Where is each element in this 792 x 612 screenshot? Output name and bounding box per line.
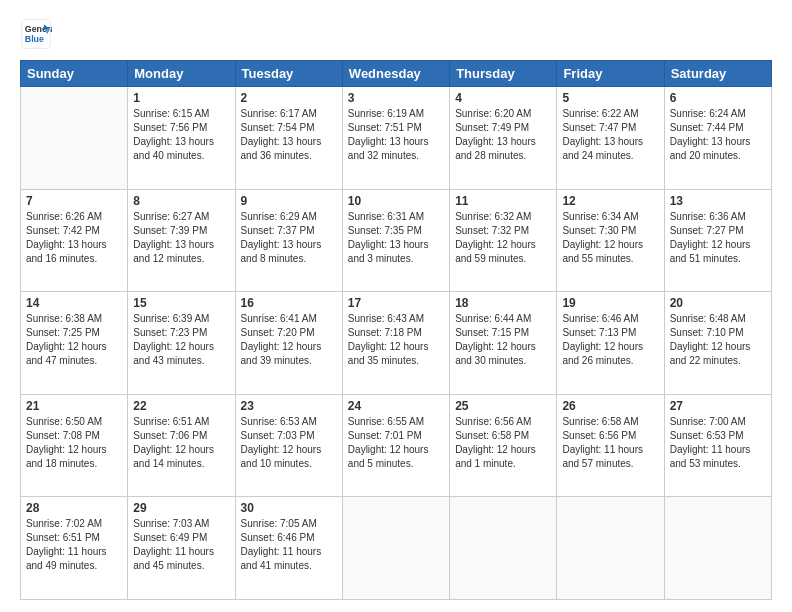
sunrise-text: Sunrise: 6:43 AM (348, 312, 444, 326)
weekday-header: Thursday (450, 61, 557, 87)
calendar-cell: 7 Sunrise: 6:26 AM Sunset: 7:42 PM Dayli… (21, 189, 128, 292)
cell-info: Sunrise: 6:19 AM Sunset: 7:51 PM Dayligh… (348, 107, 444, 163)
sunrise-text: Sunrise: 6:34 AM (562, 210, 658, 224)
cell-info: Sunrise: 6:50 AM Sunset: 7:08 PM Dayligh… (26, 415, 122, 471)
day-number: 25 (455, 399, 551, 413)
cell-info: Sunrise: 6:15 AM Sunset: 7:56 PM Dayligh… (133, 107, 229, 163)
day-number: 13 (670, 194, 766, 208)
day-number: 30 (241, 501, 337, 515)
day-number: 11 (455, 194, 551, 208)
calendar-cell (21, 87, 128, 190)
daylight-text: Daylight: 13 hours and 28 minutes. (455, 135, 551, 163)
calendar-cell: 26 Sunrise: 6:58 AM Sunset: 6:56 PM Dayl… (557, 394, 664, 497)
calendar-cell: 19 Sunrise: 6:46 AM Sunset: 7:13 PM Dayl… (557, 292, 664, 395)
weekday-header: Friday (557, 61, 664, 87)
day-number: 16 (241, 296, 337, 310)
logo-icon: General Blue (20, 18, 52, 50)
cell-info: Sunrise: 6:26 AM Sunset: 7:42 PM Dayligh… (26, 210, 122, 266)
weekday-header: Tuesday (235, 61, 342, 87)
sunset-text: Sunset: 7:15 PM (455, 326, 551, 340)
daylight-text: Daylight: 13 hours and 16 minutes. (26, 238, 122, 266)
cell-info: Sunrise: 6:46 AM Sunset: 7:13 PM Dayligh… (562, 312, 658, 368)
sunrise-text: Sunrise: 6:51 AM (133, 415, 229, 429)
daylight-text: Daylight: 12 hours and 55 minutes. (562, 238, 658, 266)
sunrise-text: Sunrise: 6:41 AM (241, 312, 337, 326)
cell-info: Sunrise: 6:20 AM Sunset: 7:49 PM Dayligh… (455, 107, 551, 163)
calendar-cell (557, 497, 664, 600)
daylight-text: Daylight: 13 hours and 32 minutes. (348, 135, 444, 163)
sunset-text: Sunset: 7:32 PM (455, 224, 551, 238)
day-number: 9 (241, 194, 337, 208)
daylight-text: Daylight: 13 hours and 20 minutes. (670, 135, 766, 163)
sunrise-text: Sunrise: 6:50 AM (26, 415, 122, 429)
cell-info: Sunrise: 6:39 AM Sunset: 7:23 PM Dayligh… (133, 312, 229, 368)
sunset-text: Sunset: 6:58 PM (455, 429, 551, 443)
cell-info: Sunrise: 7:05 AM Sunset: 6:46 PM Dayligh… (241, 517, 337, 573)
calendar-cell: 14 Sunrise: 6:38 AM Sunset: 7:25 PM Dayl… (21, 292, 128, 395)
sunrise-text: Sunrise: 6:31 AM (348, 210, 444, 224)
cell-info: Sunrise: 6:32 AM Sunset: 7:32 PM Dayligh… (455, 210, 551, 266)
weekday-header: Saturday (664, 61, 771, 87)
cell-info: Sunrise: 6:43 AM Sunset: 7:18 PM Dayligh… (348, 312, 444, 368)
sunset-text: Sunset: 7:47 PM (562, 121, 658, 135)
calendar-cell: 21 Sunrise: 6:50 AM Sunset: 7:08 PM Dayl… (21, 394, 128, 497)
day-number: 26 (562, 399, 658, 413)
calendar-cell (664, 497, 771, 600)
sunrise-text: Sunrise: 7:02 AM (26, 517, 122, 531)
cell-info: Sunrise: 6:17 AM Sunset: 7:54 PM Dayligh… (241, 107, 337, 163)
sunset-text: Sunset: 7:25 PM (26, 326, 122, 340)
calendar-cell: 5 Sunrise: 6:22 AM Sunset: 7:47 PM Dayli… (557, 87, 664, 190)
sunset-text: Sunset: 6:49 PM (133, 531, 229, 545)
calendar-cell: 25 Sunrise: 6:56 AM Sunset: 6:58 PM Dayl… (450, 394, 557, 497)
calendar-cell: 27 Sunrise: 7:00 AM Sunset: 6:53 PM Dayl… (664, 394, 771, 497)
sunset-text: Sunset: 7:49 PM (455, 121, 551, 135)
day-number: 22 (133, 399, 229, 413)
daylight-text: Daylight: 12 hours and 10 minutes. (241, 443, 337, 471)
sunrise-text: Sunrise: 6:32 AM (455, 210, 551, 224)
sunrise-text: Sunrise: 6:56 AM (455, 415, 551, 429)
cell-info: Sunrise: 6:56 AM Sunset: 6:58 PM Dayligh… (455, 415, 551, 471)
day-number: 21 (26, 399, 122, 413)
header: General Blue (20, 18, 772, 50)
calendar-header-row: SundayMondayTuesdayWednesdayThursdayFrid… (21, 61, 772, 87)
cell-info: Sunrise: 6:24 AM Sunset: 7:44 PM Dayligh… (670, 107, 766, 163)
sunset-text: Sunset: 7:20 PM (241, 326, 337, 340)
sunset-text: Sunset: 7:27 PM (670, 224, 766, 238)
sunrise-text: Sunrise: 6:58 AM (562, 415, 658, 429)
calendar-week-row: 14 Sunrise: 6:38 AM Sunset: 7:25 PM Dayl… (21, 292, 772, 395)
daylight-text: Daylight: 13 hours and 12 minutes. (133, 238, 229, 266)
day-number: 20 (670, 296, 766, 310)
sunrise-text: Sunrise: 6:19 AM (348, 107, 444, 121)
sunrise-text: Sunrise: 6:22 AM (562, 107, 658, 121)
calendar-cell: 23 Sunrise: 6:53 AM Sunset: 7:03 PM Dayl… (235, 394, 342, 497)
cell-info: Sunrise: 6:53 AM Sunset: 7:03 PM Dayligh… (241, 415, 337, 471)
cell-info: Sunrise: 6:38 AM Sunset: 7:25 PM Dayligh… (26, 312, 122, 368)
cell-info: Sunrise: 6:44 AM Sunset: 7:15 PM Dayligh… (455, 312, 551, 368)
day-number: 15 (133, 296, 229, 310)
sunset-text: Sunset: 7:42 PM (26, 224, 122, 238)
sunset-text: Sunset: 7:03 PM (241, 429, 337, 443)
daylight-text: Daylight: 13 hours and 36 minutes. (241, 135, 337, 163)
sunset-text: Sunset: 7:35 PM (348, 224, 444, 238)
calendar-cell: 22 Sunrise: 6:51 AM Sunset: 7:06 PM Dayl… (128, 394, 235, 497)
calendar-cell: 9 Sunrise: 6:29 AM Sunset: 7:37 PM Dayli… (235, 189, 342, 292)
day-number: 14 (26, 296, 122, 310)
sunset-text: Sunset: 7:10 PM (670, 326, 766, 340)
cell-info: Sunrise: 6:31 AM Sunset: 7:35 PM Dayligh… (348, 210, 444, 266)
cell-info: Sunrise: 6:55 AM Sunset: 7:01 PM Dayligh… (348, 415, 444, 471)
cell-info: Sunrise: 7:00 AM Sunset: 6:53 PM Dayligh… (670, 415, 766, 471)
calendar-cell (450, 497, 557, 600)
daylight-text: Daylight: 12 hours and 51 minutes. (670, 238, 766, 266)
sunset-text: Sunset: 6:46 PM (241, 531, 337, 545)
sunrise-text: Sunrise: 7:00 AM (670, 415, 766, 429)
daylight-text: Daylight: 11 hours and 53 minutes. (670, 443, 766, 471)
daylight-text: Daylight: 12 hours and 47 minutes. (26, 340, 122, 368)
daylight-text: Daylight: 13 hours and 24 minutes. (562, 135, 658, 163)
sunset-text: Sunset: 7:23 PM (133, 326, 229, 340)
sunset-text: Sunset: 7:01 PM (348, 429, 444, 443)
cell-info: Sunrise: 6:22 AM Sunset: 7:47 PM Dayligh… (562, 107, 658, 163)
calendar-cell: 4 Sunrise: 6:20 AM Sunset: 7:49 PM Dayli… (450, 87, 557, 190)
daylight-text: Daylight: 12 hours and 43 minutes. (133, 340, 229, 368)
daylight-text: Daylight: 12 hours and 18 minutes. (26, 443, 122, 471)
day-number: 10 (348, 194, 444, 208)
